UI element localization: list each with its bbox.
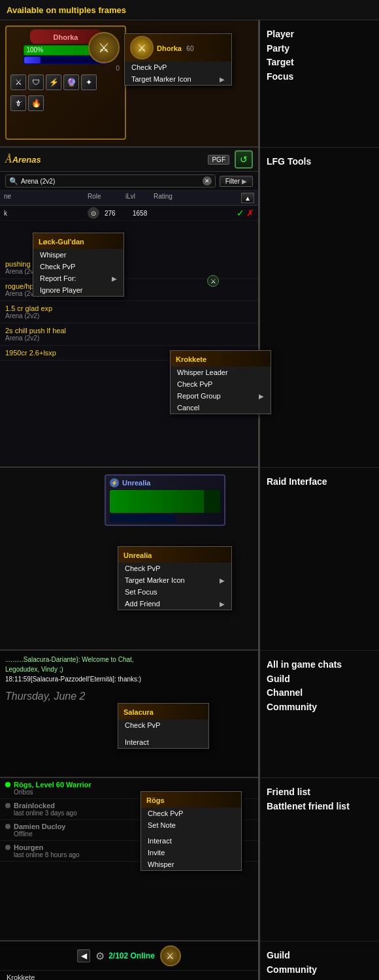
ctx-whisper-leader[interactable]: Whisper Leader xyxy=(171,367,271,378)
guild-section: ◀ ⚙ 2/102 Online ⚔ Krokkete Fixit Fixit xyxy=(0,941,258,980)
right-label-text-4: All in game chats Guild Channel Communit… xyxy=(267,659,342,713)
friend-name-0: Rögs, Level 60 Warrior xyxy=(14,781,91,789)
ctx-divider xyxy=(118,731,208,736)
action-icon-4[interactable]: 🔮 xyxy=(63,74,79,90)
label-channel: Channel xyxy=(267,687,342,700)
label-allchats: All in game chats xyxy=(267,659,342,672)
friend-online-dot-0 xyxy=(5,782,10,787)
ctx-check-pvp-lfg[interactable]: Check PvP xyxy=(33,261,124,272)
ctx-player-header: Løck-Gul'dan xyxy=(33,233,124,249)
ctx-whisper[interactable]: Whisper xyxy=(33,249,124,261)
player-context-menu: ⚔ Dhorka 60 Check PvP Target Marker Icon… xyxy=(124,33,232,86)
role-icon: ⊙ xyxy=(88,207,99,219)
accept-icon[interactable]: ✓ xyxy=(237,208,244,218)
ctx-check-pvp-raid[interactable]: Check PvP xyxy=(118,563,231,574)
ctx-check-pvp-chat[interactable]: Check PvP xyxy=(118,719,208,731)
ctx-target-marker-raid[interactable]: Target Marker Icon ▶ xyxy=(118,574,231,586)
header-bar: Available on multiples frames xyxy=(0,0,379,20)
ctx-check-pvp-friend[interactable]: Check PvP xyxy=(141,808,241,819)
listing-0-icon: ⚔ xyxy=(207,275,219,287)
right-label-text-5: Friend list Battlenet friend list xyxy=(267,786,350,813)
ctx-report-group[interactable]: Report Group ▶ xyxy=(171,390,271,402)
ctx-whisper-friend[interactable]: Whisper xyxy=(141,858,241,870)
listing-context-menu: Krokkete Whisper Leader Check PvP Report… xyxy=(170,350,271,414)
ctx-target-marker[interactable]: Target Marker Icon ▶ xyxy=(125,73,231,85)
friend-name-row-0: Rögs, Level 60 Warrior xyxy=(5,781,253,789)
decline-icon[interactable]: ✗ xyxy=(246,208,254,218)
context-name: Dhorka xyxy=(157,44,182,52)
label-party: Party xyxy=(267,42,294,56)
guild-member-0[interactable]: Krokkete xyxy=(0,971,258,980)
guild-portrait-icon: ⚔ xyxy=(160,945,181,966)
label-target: Target xyxy=(267,56,294,69)
right-label-1: Player Party Target Focus xyxy=(260,20,379,148)
ctx-add-friend-raid[interactable]: Add Friend ▶ xyxy=(118,598,231,610)
right-label-4: All in game chats Guild Channel Communit… xyxy=(260,651,379,778)
col-name: ne xyxy=(4,193,82,203)
lfg-section: ÅArenas PGF ↺ 🔍 ✕ Filter ▶ xyxy=(0,148,258,468)
listing-ctx-name: Krokkete xyxy=(176,355,206,363)
lfg-player-row[interactable]: k ⊙ 276 1658 ✓ ✗ xyxy=(0,206,258,221)
lfg-title: ÅArenas xyxy=(5,154,41,165)
right-panel: Player Party Target Focus LFG Tools Raid… xyxy=(258,20,379,980)
friend-offline-dot-2 xyxy=(5,824,10,829)
arrow-icon: ▶ xyxy=(220,76,225,83)
context-level: 60 xyxy=(186,45,193,52)
action-icon-6[interactable]: 🗡 xyxy=(10,95,26,111)
report-group-arrow-icon: ▶ xyxy=(259,393,264,400)
ctx-set-focus[interactable]: Set Focus xyxy=(118,586,231,598)
ctx-invite-friend[interactable]: Invite xyxy=(141,847,241,858)
ctx-cancel[interactable]: Cancel xyxy=(171,402,271,414)
ctx-ignore[interactable]: Ignore Player xyxy=(33,284,124,296)
search-input[interactable] xyxy=(21,178,200,185)
refresh-button[interactable]: ↺ xyxy=(235,150,253,169)
right-label-5: Friend list Battlenet friend list xyxy=(260,778,379,941)
listing-2[interactable]: 1.5 cr glad exp Arena (2v2) xyxy=(0,301,258,323)
scroll-up-button[interactable]: ▲ xyxy=(241,193,254,203)
chat-context-menu: Salacura Check PvP Interact xyxy=(118,703,209,749)
right-label-text-6: Guild Community xyxy=(267,949,317,976)
ctx-report-for[interactable]: Report For: ▶ xyxy=(33,272,124,284)
listing-3[interactable]: 2s chill push lf heal Arena (2v2) xyxy=(0,323,258,346)
action-icons: ⚔ 🛡 ⚡ 🔮 ✦ xyxy=(7,72,125,93)
filter-button[interactable]: Filter ▶ xyxy=(220,176,253,187)
action-icon-3[interactable]: ⚡ xyxy=(46,74,61,90)
friend-ctx-name: Rögs xyxy=(146,796,165,804)
listing-2-sub: Arena (2v2) xyxy=(5,312,253,319)
action-icon-5[interactable]: ✦ xyxy=(81,74,97,90)
label-battlenet: Battlenet friend list xyxy=(267,800,350,813)
raid-ctx-header: Unrealia xyxy=(118,547,231,563)
ctx-interact-friend[interactable]: Interact xyxy=(141,835,241,847)
listing-2-title: 1.5 cr glad exp xyxy=(5,304,253,312)
ctx-set-note[interactable]: Set Note xyxy=(141,819,241,831)
chat-line-2: 18:11:59[Salacura-Pazzodell'Eternità]: t… xyxy=(5,674,253,684)
guild-online-container: ⚙ 2/102 Online xyxy=(95,950,155,962)
raid-member-name: Unrealia xyxy=(122,479,150,487)
pgf-badge: PGF xyxy=(208,155,229,165)
guild-online-text: 2/102 Online xyxy=(108,951,155,960)
friend-name-1: Brainlocked xyxy=(14,802,55,809)
player-frame-section: Dhorka 100% 126K 0 ⚔ 🛡 ⚡ 🔮 ✦ xyxy=(0,20,258,148)
chat-line-1: Legodudex, Vindy ;) xyxy=(5,664,253,674)
search-icon: 🔍 xyxy=(9,177,18,186)
health-pct: 100% xyxy=(27,46,44,54)
guild-left-arrow-icon[interactable]: ◀ xyxy=(77,949,90,962)
label-friendlist: Friend list xyxy=(267,786,350,799)
col-ilvl: iLvl xyxy=(125,193,148,203)
friend-context-menu: Rögs Check PvP Set Note Interact Invite … xyxy=(140,791,242,871)
action-icon-7[interactable]: 🔥 xyxy=(28,95,44,111)
action-icon-1[interactable]: ⚔ xyxy=(10,74,26,90)
chat-date: Thursday, June 2 xyxy=(5,691,85,702)
ctx-check-pvp-listing[interactable]: Check PvP xyxy=(171,378,271,390)
clear-search-button[interactable]: ✕ xyxy=(203,176,212,186)
lfg-columns: ne Role iLvl Rating ▲ xyxy=(0,191,258,206)
ctx-interact-chat[interactable]: Interact xyxy=(118,736,208,748)
chat-ctx-name: Salacura xyxy=(124,708,154,716)
raid-context-menu: Unrealia Check PvP Target Marker Icon ▶ … xyxy=(118,546,232,610)
ctx-player-name: Løck-Gul'dan xyxy=(39,238,84,246)
chat-content: ..........Salacura-Dariante}: Welcome to… xyxy=(0,651,258,688)
add-friend-arrow-icon: ▶ xyxy=(220,600,225,608)
action-icon-2[interactable]: 🛡 xyxy=(28,74,44,90)
unrealia-header: ⚡ Unrealia xyxy=(110,478,220,487)
ctx-check-pvp[interactable]: Check PvP xyxy=(125,61,231,73)
